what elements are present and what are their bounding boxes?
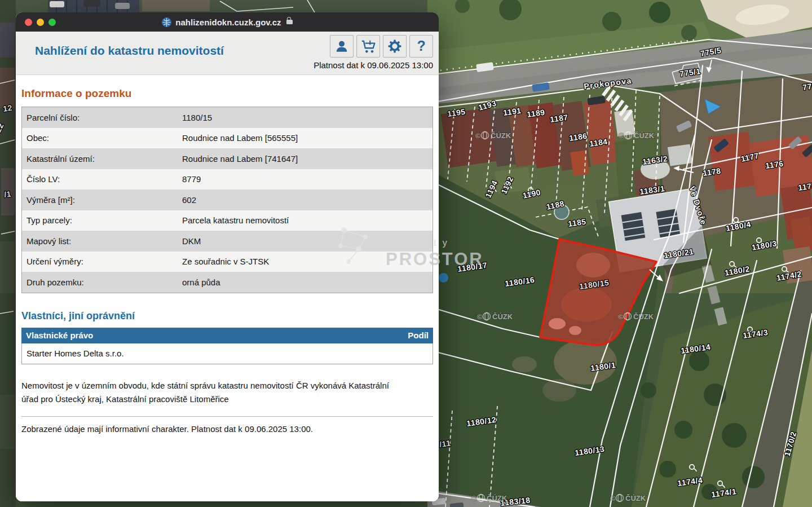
map-label-1175: 1175 — [797, 181, 812, 192]
owner-name: Starter Homes Delta s.r.o. — [27, 349, 124, 358]
help-button[interactable]: ? — [409, 35, 433, 58]
parcel-info-row: Číslo LV:8779 — [22, 169, 433, 190]
map-label--1: /1 — [3, 189, 12, 199]
svg-text:©: © — [477, 312, 483, 321]
watermark-blue-dot — [439, 273, 448, 283]
owners-col-share: Podíl — [408, 330, 429, 340]
cuzk-watermark: ©ČÚZK — [618, 312, 654, 321]
parcel-info-row: Mapový list:DKM — [22, 231, 433, 252]
row-label: Číslo LV: — [22, 174, 182, 184]
row-label: Mapový list: — [22, 236, 182, 246]
window-titlebar[interactable]: nahlizenidokn.cuzk.gov.cz — [16, 12, 439, 32]
address-bar: nahlizenidokn.cuzk.gov.cz — [16, 17, 439, 27]
svg-text:ČÚZK: ČÚZK — [492, 312, 513, 321]
owners-table: Vlastnické právo Podíl Starter Homes Del… — [21, 328, 433, 364]
page-header: Nahlížení do katastru nemovitostí — [16, 32, 439, 75]
parcel-info-table: Parcelní číslo:1180/15Obec:Roudnice nad … — [21, 107, 433, 293]
parcel-info-row: Katastrální území:Roudnice nad Labem [74… — [22, 148, 433, 169]
row-value: 602 — [182, 195, 433, 205]
row-value: DKM — [182, 236, 433, 246]
row-label: Obec: — [22, 133, 182, 143]
map-label-12: 12 — [2, 103, 13, 113]
svg-text:©: © — [610, 494, 616, 502]
owners-col-right: Vlastnické právo — [26, 330, 93, 340]
row-label: Parcelní číslo: — [22, 113, 182, 122]
parcel-info-row: Typ parcely:Parcela katastru nemovitostí — [22, 210, 433, 231]
parcel-info-row: Parcelní číslo:1180/15 — [22, 107, 433, 128]
svg-text:ČÚZK: ČÚZK — [487, 494, 508, 502]
site-favicon-icon — [162, 17, 171, 27]
page-title: Nahlížení do katastru nemovitostí — [35, 44, 224, 58]
svg-text:ČÚZK: ČÚZK — [491, 131, 511, 140]
cuzk-watermark: ©ČÚZK — [471, 494, 508, 502]
cuzk-watermark: ©ČÚZK — [477, 312, 513, 321]
row-label: Typ parcely: — [22, 215, 182, 225]
svg-text:©: © — [475, 131, 481, 140]
row-value: orná půda — [182, 277, 433, 287]
url-text: nahlizenidokn.cuzk.gov.cz — [175, 17, 281, 27]
svg-text:ČÚZK: ČÚZK — [633, 312, 654, 321]
map-label--11: /11 — [439, 438, 451, 449]
svg-text:ČÚZK: ČÚZK — [634, 131, 655, 140]
row-value: Roudnice nad Labem [565555] — [182, 133, 433, 143]
settings-button[interactable] — [383, 35, 407, 58]
user-icon — [334, 39, 349, 54]
section-heading-parcel-info: Informace o pozemku — [21, 75, 433, 100]
row-label: Druh pozemku: — [22, 277, 182, 287]
parcel-info-row: Druh pozemku:orná půda — [22, 272, 433, 293]
parcel-info-row: Určení výměry:Ze souřadnic v S-JTSK — [22, 252, 433, 272]
svg-text:©: © — [471, 494, 477, 502]
cart-icon — [360, 39, 376, 54]
row-value: Roudnice nad Labem [741647] — [182, 154, 433, 164]
browser-window: nahlizenidokn.cuzk.gov.cz Nahlížení do k… — [16, 12, 439, 501]
cuzk-watermark: ©ČÚZK — [475, 131, 511, 140]
toolbar: ? — [330, 35, 433, 58]
svg-text:©: © — [618, 312, 624, 321]
row-value: Parcela katastru nemovitostí — [182, 215, 433, 225]
parcel-info-row: Obec:Roudnice nad Labem [565555] — [22, 128, 433, 149]
row-label: Výměra [m²]: — [22, 195, 182, 205]
svg-text:©: © — [619, 131, 624, 140]
disclaimer-note: Zobrazené údaje mají informativní charak… — [21, 422, 396, 436]
divider — [21, 416, 433, 417]
parcel-info-row: Výměra [m²]:602 — [22, 189, 433, 210]
row-label: Katastrální území: — [22, 154, 182, 164]
owners-table-header: Vlastnické právo Podíl — [21, 328, 433, 343]
screenshot-root: 775/5775/1775/3Prokopova1195119311911189… — [0, 0, 812, 507]
jurisdiction-note: Nemovitost je v územním obvodu, kde stát… — [21, 379, 396, 406]
user-button[interactable] — [330, 35, 354, 58]
cart-button[interactable] — [356, 35, 380, 58]
cuzk-watermark: ©ČÚZK — [619, 131, 655, 140]
page-content: Informace o pozemku Parcelní číslo:1180/… — [16, 75, 439, 501]
gear-icon — [387, 39, 402, 54]
row-value: 8779 — [182, 174, 433, 184]
svg-text:ČÚZK: ČÚZK — [625, 494, 646, 502]
row-label: Určení výměry: — [22, 257, 182, 266]
lock-icon — [286, 20, 293, 24]
help-icon: ? — [414, 39, 429, 54]
svg-text:?: ? — [417, 39, 425, 54]
row-value: 1180/15 — [182, 113, 433, 122]
section-heading-owners: Vlastníci, jiní oprávnění — [21, 310, 433, 322]
row-value: Ze souřadnic v S-JTSK — [182, 257, 433, 266]
cuzk-watermark: ©ČÚZK — [610, 494, 646, 502]
owner-row: Starter Homes Delta s.r.o. — [21, 343, 433, 364]
data-validity: Platnost dat k 09.06.2025 13:00 — [314, 60, 433, 70]
